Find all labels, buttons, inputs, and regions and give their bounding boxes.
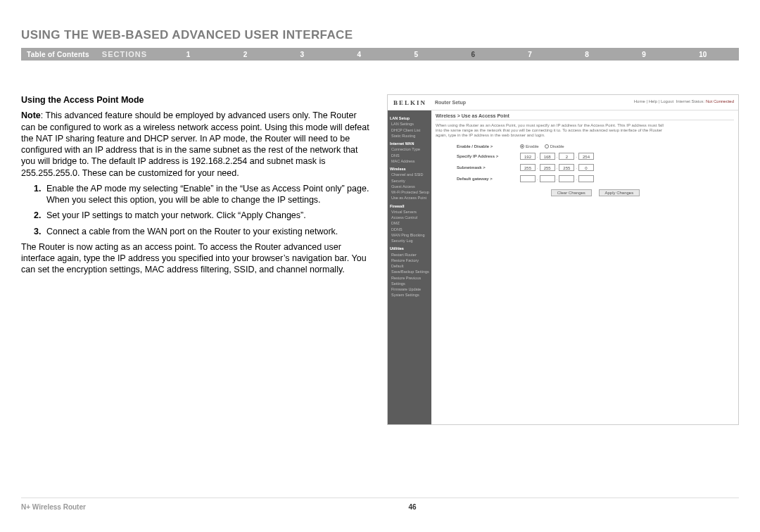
- enable-radio[interactable]: Enable: [520, 144, 539, 148]
- sidebar-head-firewall: Firewall: [390, 203, 429, 209]
- step-text: Enable the AP mode my selecting “Enable”…: [46, 183, 373, 206]
- nav-num-10[interactable]: 10: [699, 51, 707, 58]
- sidebar-item[interactable]: Guest Access: [390, 184, 429, 189]
- note-paragraph: Note: This advanced feature should be em…: [21, 110, 373, 179]
- ip-octet-2[interactable]: 168: [540, 153, 555, 160]
- step-number: 1.: [34, 183, 46, 206]
- breadcrumb: Wireless > Use as Access Point: [436, 113, 734, 120]
- sidebar-head-utilities: Utilities: [390, 246, 429, 251]
- nav-sections-label: SECTIONS: [102, 50, 160, 58]
- gateway-octet-3[interactable]: [559, 175, 574, 182]
- subnet-label: Subnetmask >: [457, 165, 520, 170]
- sidebar-item[interactable]: Wi-Fi Protected Setup: [390, 189, 429, 195]
- sidebar-item[interactable]: Save/Backup Settings: [390, 269, 429, 274]
- radio-icon: [520, 144, 524, 148]
- sidebar-item[interactable]: Access Control: [390, 215, 429, 220]
- nav-num-7[interactable]: 7: [528, 51, 532, 58]
- step-text: Connect a cable from the WAN port on the…: [46, 226, 373, 237]
- gateway-octet-1[interactable]: [520, 175, 536, 182]
- status-label: Internet Status:: [676, 99, 705, 103]
- sidebar-item[interactable]: Security: [390, 178, 429, 184]
- router-setup-title: Router Setup: [435, 100, 466, 105]
- apply-changes-button[interactable]: Apply Changes: [599, 189, 640, 196]
- router-sidebar: LAN Setup LAN Settings DHCP Client List …: [388, 110, 431, 424]
- disable-radio[interactable]: Disable: [545, 144, 564, 148]
- sidebar-item[interactable]: Use as Access Point: [390, 195, 429, 201]
- subnet-octet-2[interactable]: 255: [540, 164, 555, 171]
- ip-octet-3[interactable]: 2: [559, 153, 574, 160]
- note-label: Note: [21, 110, 41, 120]
- sidebar-item[interactable]: Firmware Update: [390, 286, 429, 292]
- ip-octet-1[interactable]: 192: [520, 153, 536, 160]
- nav-numbers: 1 2 3 4 5 6 7 8 9 10: [160, 51, 733, 58]
- gateway-label: Default gateway >: [457, 177, 520, 181]
- sidebar-item[interactable]: Static Routing: [390, 133, 429, 139]
- enable-disable-label: Enable / Disable >: [457, 144, 520, 148]
- step-number: 2.: [34, 210, 46, 221]
- sidebar-item[interactable]: Restore Previous Settings: [390, 275, 429, 287]
- list-item: 2.Set your IP settings to match your net…: [34, 210, 373, 221]
- closing-paragraph: The Router is now acting as an access po…: [21, 241, 373, 276]
- list-item: 3.Connect a cable from the WAN port on t…: [34, 226, 373, 237]
- sidebar-item[interactable]: Security Log: [390, 238, 429, 243]
- nav-num-5[interactable]: 5: [414, 51, 418, 58]
- note-body: : This advanced feature should be employ…: [21, 110, 369, 177]
- nav-num-4[interactable]: 4: [357, 51, 362, 58]
- top-links[interactable]: Home | Help | Logout: [634, 99, 673, 103]
- nav-num-1[interactable]: 1: [186, 51, 191, 58]
- radio-icon: [545, 144, 549, 148]
- step-text: Set your IP settings to match your netwo…: [46, 210, 373, 221]
- router-form: Enable / Disable > Enable Disable Specif…: [457, 144, 734, 196]
- subnet-octet-4[interactable]: 0: [578, 164, 594, 171]
- ip-octet-4[interactable]: 254: [578, 153, 594, 160]
- sidebar-item[interactable]: Restore Factory Default: [390, 258, 429, 270]
- status-value: Not Connected: [706, 99, 734, 103]
- chapter-title: USING THE WEB-BASED ADVANCED USER INTERF…: [21, 28, 739, 42]
- ip-address-label: Specify IP Address >: [457, 154, 520, 158]
- sidebar-item[interactable]: DHCP Client List: [390, 127, 429, 133]
- router-screenshot: BELKIN Router Setup Home | Help | Logout…: [387, 94, 739, 425]
- section-subhead: Using the Access Point Mode: [21, 94, 373, 106]
- sidebar-head-wireless: Wireless: [390, 166, 429, 172]
- sidebar-item[interactable]: Virtual Servers: [390, 209, 429, 215]
- nav-num-3[interactable]: 3: [300, 51, 305, 58]
- gateway-octet-4[interactable]: [578, 175, 594, 182]
- sidebar-item[interactable]: Connection Type: [390, 146, 429, 152]
- page-number: 46: [408, 503, 416, 511]
- gateway-octet-2[interactable]: [540, 175, 555, 182]
- section-nav-bar: Table of Contents SECTIONS 1 2 3 4 5 6 7…: [21, 48, 739, 61]
- subnet-octet-1[interactable]: 255: [520, 164, 536, 171]
- nav-num-9[interactable]: 9: [642, 51, 646, 58]
- step-number: 3.: [34, 226, 46, 237]
- body-text-column: Using the Access Point Mode Note: This a…: [21, 94, 373, 425]
- nav-toc[interactable]: Table of Contents: [27, 51, 102, 58]
- nav-num-8[interactable]: 8: [585, 51, 589, 58]
- sidebar-item[interactable]: Restart Router: [390, 252, 429, 258]
- product-name: N+ Wireless Router: [21, 503, 86, 511]
- clear-changes-button[interactable]: Clear Changes: [551, 189, 592, 196]
- sidebar-item[interactable]: LAN Settings: [390, 121, 429, 127]
- router-top-links: Home | Help | Logout Internet Status: No…: [634, 99, 734, 103]
- subnet-octet-3[interactable]: 255: [559, 164, 574, 171]
- sidebar-head-wan: Internet WAN: [390, 141, 429, 146]
- step-list: 1.Enable the AP mode my selecting “Enabl…: [21, 183, 373, 237]
- sidebar-head-lan: LAN Setup: [390, 115, 429, 121]
- sidebar-item[interactable]: Channel and SSID: [390, 172, 429, 177]
- nav-num-6[interactable]: 6: [471, 51, 475, 58]
- router-intro-text: When using the Router as an Access Point…: [436, 123, 668, 139]
- sidebar-item[interactable]: WAN Ping Blocking: [390, 232, 429, 238]
- belkin-logo: BELKIN: [393, 99, 426, 106]
- list-item: 1.Enable the AP mode my selecting “Enabl…: [34, 183, 373, 206]
- footer-rule: [21, 498, 739, 498]
- nav-num-2[interactable]: 2: [243, 51, 248, 58]
- sidebar-item[interactable]: MAC Address: [390, 158, 429, 164]
- sidebar-item[interactable]: System Settings: [390, 292, 429, 298]
- sidebar-item[interactable]: DDNS: [390, 227, 429, 232]
- page-footer: N+ Wireless Router 46: [21, 503, 739, 511]
- sidebar-item[interactable]: DMZ: [390, 220, 429, 226]
- sidebar-item[interactable]: DNS: [390, 153, 429, 158]
